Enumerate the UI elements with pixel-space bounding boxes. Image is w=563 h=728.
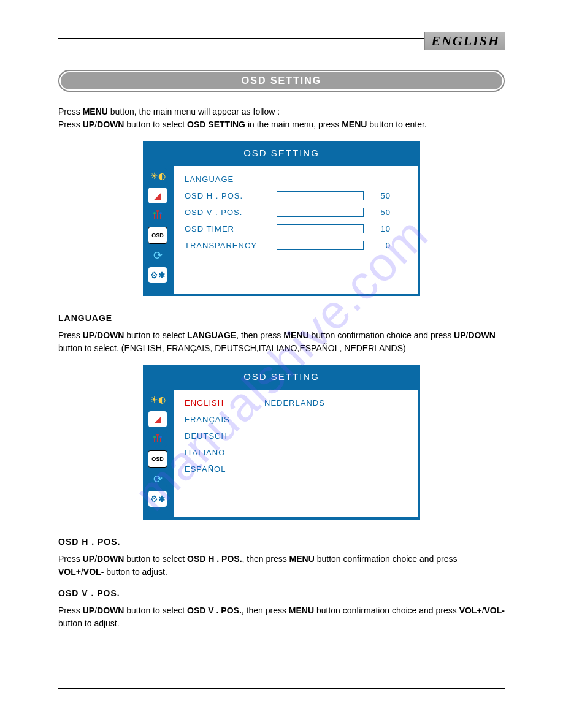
language-text: Press UP/DOWN button to select LANGUAGE,… [58, 329, 505, 355]
kw-volplus: VOL+ [58, 567, 81, 577]
text: , then press [242, 605, 289, 615]
osd-content: LANGUAGE OSD H . POS. 50 OSD V . POS. 50… [172, 164, 419, 295]
row-label: OSD H . POS. [185, 191, 277, 200]
kw-osd-setting: OSD SETTING [187, 119, 245, 129]
kw-down: DOWN [97, 605, 124, 615]
kw-volplus: VOL+ [459, 605, 482, 615]
language-list: ENGLISH NEDERLANDS FRANÇAIS DEUTSCH ITAL… [185, 398, 407, 474]
kw-menu: MENU [83, 107, 108, 116]
osd-panel-settings: OSD SETTING ☀◐ ◢ OSD ⟳ ⚙✱ LANGUAGE OSD H… [143, 141, 420, 296]
flag-icon[interactable]: ◢ [148, 188, 167, 203]
reset-icon[interactable]: ⟳ [148, 248, 167, 264]
color-icon[interactable] [148, 207, 167, 223]
kw-down: DOWN [468, 330, 495, 340]
osd-content: ENGLISH NEDERLANDS FRANÇAIS DEUTSCH ITAL… [172, 388, 419, 519]
kw-volminus: VOL- [484, 605, 505, 615]
row-value: 50 [372, 208, 391, 217]
osd-title: OSD SETTING [144, 142, 419, 164]
text: button confirmation choice and press [309, 330, 454, 340]
svg-point-1 [156, 210, 159, 213]
kw-volminus: VOL- [83, 567, 104, 577]
lang-option-deutsch[interactable]: DEUTSCH [185, 431, 264, 441]
heading-hpos: OSD H . POS. [58, 537, 505, 547]
text: Press [58, 330, 83, 340]
reset-icon[interactable]: ⟳ [148, 471, 167, 487]
kw-up: UP [83, 119, 94, 129]
text: button to select [124, 119, 187, 129]
row-label: TRANSPARENCY [185, 241, 277, 250]
kw-menu: MENU [342, 119, 367, 129]
row-value: 0 [372, 241, 391, 250]
osd-row-hpos[interactable]: OSD H . POS. 50 [185, 191, 407, 200]
text: button to adjust. [104, 567, 167, 577]
text: Press [58, 605, 83, 615]
text: button to select [124, 554, 187, 564]
text: , then press [242, 554, 289, 564]
settings-icon[interactable]: ⚙✱ [148, 267, 167, 283]
svg-point-2 [159, 212, 162, 214]
text: Press [58, 107, 83, 116]
slider[interactable] [277, 241, 364, 250]
footer-rule [58, 688, 505, 689]
kw-menu: MENU [289, 554, 315, 564]
kw-up: UP [83, 330, 94, 340]
osd-row-language[interactable]: LANGUAGE [185, 175, 407, 184]
section-title: OSD SETTING [61, 72, 502, 89]
row-value: 50 [372, 191, 391, 200]
text: button to select. (ENGLISH, FRANÇAIS, DE… [58, 343, 406, 353]
kw-vpos: OSD V . POS. [187, 605, 242, 615]
vpos-text: Press UP/DOWN button to select OSD V . P… [58, 604, 505, 630]
row-label: LANGUAGE [185, 175, 277, 184]
text: in the main menu, press [245, 119, 342, 129]
kw-language: LANGUAGE [187, 330, 236, 340]
osd-sidebar: ☀◐ ◢ OSD ⟳ ⚙✱ [144, 388, 172, 519]
heading-language: LANGUAGE [58, 313, 505, 323]
osd-title: OSD SETTING [144, 365, 419, 388]
osd-icon[interactable]: OSD [148, 450, 167, 468]
heading-vpos: OSD V . POS. [58, 588, 505, 598]
settings-icon[interactable]: ⚙✱ [148, 491, 167, 507]
flag-icon[interactable]: ◢ [148, 411, 167, 427]
text: button to adjust. [58, 618, 120, 628]
lang-option-francais[interactable]: FRANÇAIS [185, 415, 264, 424]
kw-hpos: OSD H . POS. [187, 554, 242, 564]
osd-sidebar: ☀◐ ◢ OSD ⟳ ⚙✱ [144, 164, 172, 295]
osd-row-transparency[interactable]: TRANSPARENCY 0 [185, 241, 407, 250]
osd-row-vpos[interactable]: OSD V . POS. 50 [185, 208, 407, 217]
text: button to select [124, 330, 187, 340]
kw-down: DOWN [97, 554, 124, 564]
color-icon[interactable] [148, 431, 167, 447]
brightness-icon[interactable]: ☀◐ [148, 392, 167, 408]
slider[interactable] [277, 191, 364, 200]
osd-panel-language: OSD SETTING ☀◐ ◢ OSD ⟳ ⚙✱ ENGLISH NEDERL… [143, 365, 420, 520]
text: button, the main menu will appear as fol… [108, 107, 280, 116]
lang-option-nederlands[interactable]: NEDERLANDS [264, 398, 356, 408]
svg-point-3 [153, 436, 156, 438]
text: , then press [236, 330, 283, 340]
svg-point-5 [159, 436, 162, 438]
page-header: ENGLISH [58, 38, 505, 39]
text: Press [58, 554, 83, 564]
kw-up: UP [83, 554, 94, 564]
kw-down: DOWN [97, 330, 124, 340]
kw-menu: MENU [289, 605, 314, 615]
slider[interactable] [277, 224, 364, 233]
text: button to enter. [367, 119, 426, 129]
brightness-icon[interactable]: ☀◐ [148, 168, 167, 184]
row-label: OSD V . POS. [185, 208, 277, 217]
kw-menu: MENU [283, 330, 308, 340]
lang-option-english[interactable]: ENGLISH [185, 398, 264, 408]
lang-option-italiano[interactable]: ITALIANO [185, 448, 264, 457]
text: Press [58, 119, 83, 129]
row-value: 10 [372, 224, 391, 233]
text: button confirmation choice and press [315, 554, 458, 564]
lang-option-espanol[interactable]: ESPAÑOL [185, 464, 264, 474]
kw-up: UP [454, 330, 465, 340]
osd-row-timer[interactable]: OSD TIMER 10 [185, 224, 407, 233]
hpos-text: Press UP/DOWN button to select OSD H . P… [58, 553, 505, 578]
section-title-container: OSD SETTING [58, 70, 505, 92]
slider[interactable] [277, 208, 364, 217]
osd-icon[interactable]: OSD [148, 227, 167, 244]
text: button confirmation choice and press [314, 605, 459, 615]
row-label: OSD TIMER [185, 224, 277, 233]
